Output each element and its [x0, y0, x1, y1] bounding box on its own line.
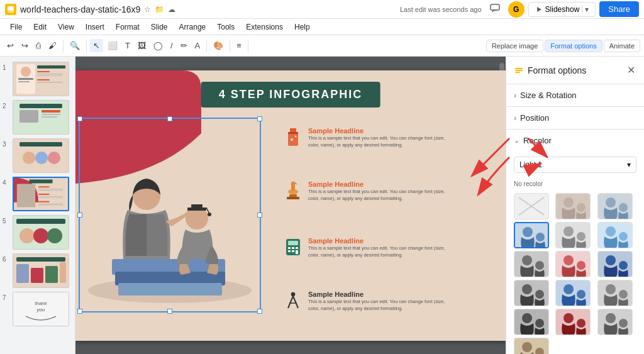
image-tool[interactable]: 🖼: [135, 39, 149, 52]
position-label: Position: [520, 113, 549, 123]
headline-2: Sample Headline: [308, 180, 447, 188]
menu-slide[interactable]: Slide: [146, 21, 173, 33]
canvas-area[interactable]: 4 STEP INFOGRAPHIC: [75, 57, 506, 354]
handle-tr[interactable]: [257, 116, 262, 121]
format-options-button[interactable]: Format options: [545, 40, 602, 52]
slide-thumb-2[interactable]: 2: [3, 100, 72, 135]
menu-help[interactable]: Help: [289, 21, 315, 33]
handle-mr[interactable]: [257, 213, 262, 218]
swatch-light-1a[interactable]: [555, 193, 591, 219]
svg-rect-85: [515, 68, 523, 69]
menu-file[interactable]: File: [5, 21, 27, 33]
position-header[interactable]: › Position: [506, 107, 644, 129]
slide-title: 4 STEP INFOGRAPHIC: [201, 82, 380, 108]
handle-tm[interactable]: [167, 116, 172, 121]
svg-point-131: [619, 319, 628, 328]
slideshow-button[interactable]: Slideshow ▾: [528, 2, 596, 17]
print-button[interactable]: ⎙: [33, 39, 44, 52]
select-tool[interactable]: ⬜: [104, 39, 121, 52]
svg-rect-38: [38, 205, 63, 206]
slide-thumb-1[interactable]: 1: [3, 62, 72, 96]
swatch-no-recolor[interactable]: [514, 193, 549, 219]
slide-num-3: 3: [3, 141, 10, 148]
size-rotation-header[interactable]: › Size & Rotation: [506, 84, 644, 106]
info-item-3: Sample Headline This is a sample text th…: [283, 237, 447, 259]
swatch-red-dark[interactable]: [555, 309, 591, 335]
menu-tools[interactable]: Tools: [212, 21, 240, 33]
undo-button[interactable]: ↩: [4, 39, 17, 52]
swatch-gray-2[interactable]: [597, 280, 633, 306]
separator-3: [206, 40, 207, 52]
svg-rect-76: [292, 247, 294, 249]
redo-button[interactable]: ↪: [18, 39, 31, 52]
text-tool[interactable]: T: [122, 39, 133, 52]
slide-thumb-7[interactable]: 7 thank you: [3, 292, 72, 326]
format-panel: Format options ✕ › Size & Rotation › Pos…: [506, 57, 644, 354]
svg-point-94: [606, 197, 616, 207]
shape-tool[interactable]: ◯: [150, 39, 166, 52]
recolor-header[interactable]: ⌄ Recolor: [506, 130, 644, 152]
menu-arrange[interactable]: Arrange: [174, 21, 211, 33]
swatch-blue-selected[interactable]: [514, 222, 549, 248]
folder-icon[interactable]: 📁: [155, 5, 164, 14]
slide-num-4: 4: [3, 179, 10, 186]
main-area: 1 2: [0, 57, 644, 354]
cursor-tool[interactable]: ↖: [90, 39, 103, 52]
svg-point-124: [522, 313, 532, 323]
swatch-dark-gray-2[interactable]: [514, 280, 549, 306]
bg-color-button[interactable]: 🎨: [210, 39, 226, 52]
swatch-sepia[interactable]: [514, 338, 549, 354]
swatch-gray-1[interactable]: [555, 222, 591, 248]
align-left-button[interactable]: ≡: [233, 39, 245, 52]
svg-point-43: [47, 228, 62, 243]
slideshow-dropdown-icon[interactable]: ▾: [582, 5, 589, 14]
svg-point-130: [606, 313, 616, 323]
selection-box[interactable]: [79, 118, 261, 313]
comments-icon[interactable]: [486, 1, 504, 17]
replace-image-button[interactable]: Replace image: [486, 40, 543, 52]
slide-thumb-5[interactable]: 5: [3, 215, 72, 250]
menu-format[interactable]: Format: [111, 21, 145, 33]
recolor-dropdown[interactable]: Light 1 ▾: [514, 157, 636, 173]
svg-rect-14: [37, 79, 50, 80]
swatch-light-2a[interactable]: [597, 193, 633, 219]
svg-rect-12: [37, 74, 62, 75]
paint-format-button[interactable]: 🖌: [45, 39, 60, 52]
slide-thumb-3[interactable]: 3: [3, 138, 72, 173]
swatch-dark-gray-1[interactable]: [514, 251, 549, 277]
zoom-button[interactable]: 🔍: [67, 39, 83, 52]
svg-point-118: [564, 284, 574, 294]
handle-br[interactable]: [257, 309, 262, 314]
swatch-dark-gray-3[interactable]: [514, 309, 549, 335]
pen-tool[interactable]: ✏: [177, 39, 191, 52]
svg-rect-18: [19, 110, 38, 123]
swatch-blue-2[interactable]: [555, 280, 591, 306]
svg-rect-46: [16, 264, 29, 283]
menu-edit[interactable]: Edit: [28, 21, 52, 33]
handle-ml[interactable]: [77, 213, 82, 218]
account-icon[interactable]: G: [508, 1, 525, 18]
swatch-light-blue[interactable]: [597, 222, 633, 248]
menu-insert[interactable]: Insert: [80, 21, 109, 33]
menu-view[interactable]: View: [53, 21, 79, 33]
swatch-gray-3[interactable]: [597, 309, 633, 335]
menu-extensions[interactable]: Extensions: [241, 21, 288, 33]
handle-bl[interactable]: [77, 309, 82, 314]
star-icon[interactable]: ☆: [144, 5, 151, 14]
svg-line-83: [293, 296, 298, 308]
svg-rect-48: [45, 266, 58, 283]
svg-rect-20: [42, 114, 60, 115]
slide-thumb-6[interactable]: 6: [3, 253, 72, 288]
slide-thumb-4[interactable]: 4: [3, 177, 72, 211]
share-button[interactable]: Share: [599, 1, 639, 17]
swatch-dark-blue[interactable]: [597, 251, 633, 277]
swatch-red-1[interactable]: [555, 251, 591, 277]
svg-point-100: [564, 226, 574, 236]
line-tool[interactable]: /: [167, 39, 176, 52]
animate-button[interactable]: Animate: [604, 40, 640, 52]
svg-point-42: [33, 228, 48, 243]
handle-bm[interactable]: [167, 309, 172, 314]
handle-tl[interactable]: [77, 116, 82, 121]
format-panel-close-button[interactable]: ✕: [626, 63, 636, 77]
word-art-tool[interactable]: A: [192, 39, 204, 52]
